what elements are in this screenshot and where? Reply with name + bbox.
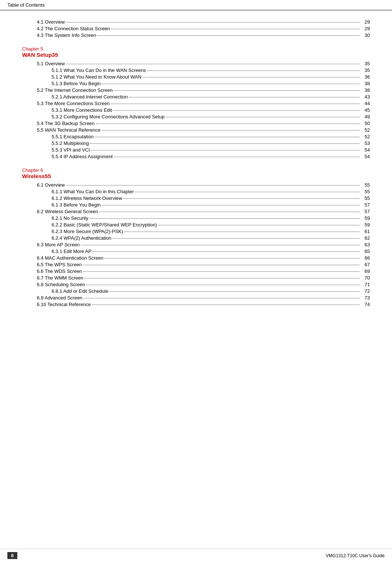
entry-page: 38 [361, 87, 370, 93]
entry-dots [90, 143, 360, 144]
toc-entry-4-3: 4.3 The System Info Screen 30 [37, 32, 370, 38]
entry-page: 49 [361, 114, 370, 119]
entry-label: 6.1 Overview [37, 182, 65, 188]
chapter-5-label-line: Chapter 5 [22, 46, 370, 52]
entry-label: 6.1.1 What You Can Do in this Chapter [52, 189, 134, 194]
entry-label: 5.3.1 More Connections Edit [52, 107, 112, 113]
list-item: 6.1.2 Wireless Network Overview55 [52, 195, 370, 201]
entry-page: 55 [361, 189, 370, 194]
list-item: 5.3.2 Configuring More Connections Advan… [52, 114, 370, 119]
entry-page: 55 [361, 182, 370, 188]
chapter-6-title: Wireless [22, 173, 45, 179]
entry-page: 71 [361, 282, 370, 287]
chapter-6-title-line: Wireless 55 [22, 173, 370, 179]
entry-label: 5.5 WAN Technical Reference [37, 127, 101, 133]
entry-label: 6.8 Scheduling Screen [37, 282, 85, 287]
list-item: 6.2 Wireless General Screen57 [37, 209, 370, 214]
entry-page: 74 [361, 302, 370, 307]
entry-page: 62 [361, 235, 370, 241]
entry-dots [66, 64, 360, 64]
page-footer: 6 VMG1312-T10C User's Guide [0, 549, 392, 562]
footer-page-number: 6 [7, 552, 17, 559]
entry-dots [102, 84, 360, 84]
entry-page: 70 [361, 275, 370, 281]
entry-dots [66, 22, 360, 22]
pre-entries: 4.1 Overview 29 4.2 The Connection Statu… [22, 19, 370, 38]
entry-page: 69 [361, 268, 370, 274]
entry-label: 6.2.4 WPA(2) Authentication [52, 235, 111, 241]
entry-page: 43 [361, 94, 370, 100]
list-item: 5.4 The 3G Backup Screen50 [37, 121, 370, 126]
list-item: 5.1.3 Before You Begin38 [52, 81, 370, 86]
list-item: 6.2.3 More Secure (WPA(2)-PSK)61 [52, 229, 370, 234]
entry-dots [92, 251, 360, 252]
entry-label: 6.2.1 No Security [52, 215, 88, 221]
entry-dots [91, 150, 360, 150]
entry-label: 5.3 The More Connections Screen [37, 101, 110, 106]
entry-page: 72 [361, 288, 370, 294]
entry-page: 59 [361, 222, 370, 228]
chapter-5-title: WAN Setup [22, 52, 52, 58]
entry-label: 5.1 Overview [37, 61, 65, 66]
entry-label: 6.3 More AP Screen [37, 242, 80, 247]
toc-entry-4-1: 4.1 Overview 29 [37, 19, 370, 25]
chapter-6-page: 55 [45, 173, 51, 179]
entry-dots [123, 198, 360, 199]
entry-dots [102, 205, 360, 205]
entry-page: 54 [361, 154, 370, 159]
entry-label: 5.5.2 Multiplexing [52, 140, 89, 146]
entry-page: 53 [361, 140, 370, 146]
entry-label: 4.2 The Connection Status Screen [37, 26, 110, 31]
entry-dots [114, 90, 360, 91]
list-item: 6.8 Scheduling Screen71 [37, 282, 370, 287]
entry-label: 5.2 The Internet Connection Screen [37, 87, 113, 93]
list-item: 6.10 Technical Reference74 [37, 302, 370, 307]
list-item: 6.8.1 Add or Edit Schedule72 [52, 288, 370, 294]
chapter-6-block: Chapter 6 Wireless 55 6.1 Overview556.1.… [22, 167, 370, 307]
chapter-5-page: 35 [52, 52, 58, 58]
list-item: 6.2.2 Basic (Static WEP/Shared WEP Encry… [52, 222, 370, 228]
content-area: 4.1 Overview 29 4.2 The Connection Statu… [0, 10, 392, 338]
entry-label: 6.7 The WMM Screen [37, 275, 83, 281]
entry-page: 29 [361, 19, 370, 25]
entry-dots [97, 35, 360, 36]
entry-dots [129, 97, 360, 97]
list-item: 6.1 Overview55 [37, 182, 370, 188]
entry-label: 6.9 Advanced Screen [37, 295, 83, 301]
entry-dots [113, 110, 360, 111]
entry-dots [158, 225, 360, 225]
entry-label: 6.1.3 Before You Begin [52, 202, 101, 208]
page-header: Table of Contents [0, 0, 392, 10]
list-item: 5.2.1 Advanced Internet Connection43 [52, 94, 370, 100]
entry-dots [105, 258, 360, 259]
entry-label: 6.4 MAC Authentication Screen [37, 255, 104, 261]
entry-label: 5.5.1 Encapsulation [52, 134, 94, 139]
entry-page: 63 [361, 242, 370, 247]
list-item: 5.5 WAN Technical Reference52 [37, 127, 370, 133]
entry-page: 52 [361, 127, 370, 133]
entry-dots [92, 305, 360, 305]
entry-dots [96, 124, 360, 124]
entry-dots [147, 70, 360, 71]
list-item: 6.1.3 Before You Begin57 [52, 202, 370, 208]
entry-page: 35 [361, 67, 370, 73]
list-item: 6.7 The WMM Screen70 [37, 275, 370, 281]
entry-label: 6.2.3 More Secure (WPA(2)-PSK) [52, 229, 123, 234]
entry-label: 4.3 The System Info Screen [37, 32, 96, 38]
entry-page: 67 [361, 262, 370, 267]
entry-dots [86, 285, 360, 285]
list-item: 5.1.2 What You Need to Know About WAN36 [52, 74, 370, 80]
entry-dots [81, 245, 360, 245]
header-title: Table of Contents [7, 2, 45, 8]
entry-label: 5.5.4 IP Address Assignment [52, 154, 113, 159]
entry-dots [84, 298, 360, 298]
chapter-5-entries: 5.1 Overview355.1.1 What You Can Do in t… [22, 61, 370, 159]
list-item: 5.2 The Internet Connection Screen38 [37, 87, 370, 93]
chapter-6-entries: 6.1 Overview556.1.1 What You Can Do in t… [22, 182, 370, 307]
toc-entry-4-2: 4.2 The Connection Status Screen 29 [37, 26, 370, 31]
entry-label: 5.5.3 VPI and VCI [52, 147, 90, 153]
list-item: 5.5.4 IP Address Assignment54 [52, 154, 370, 159]
entry-page: 66 [361, 255, 370, 261]
entry-label: 6.5 The WPS Screen [37, 262, 82, 267]
entry-dots [109, 291, 360, 292]
